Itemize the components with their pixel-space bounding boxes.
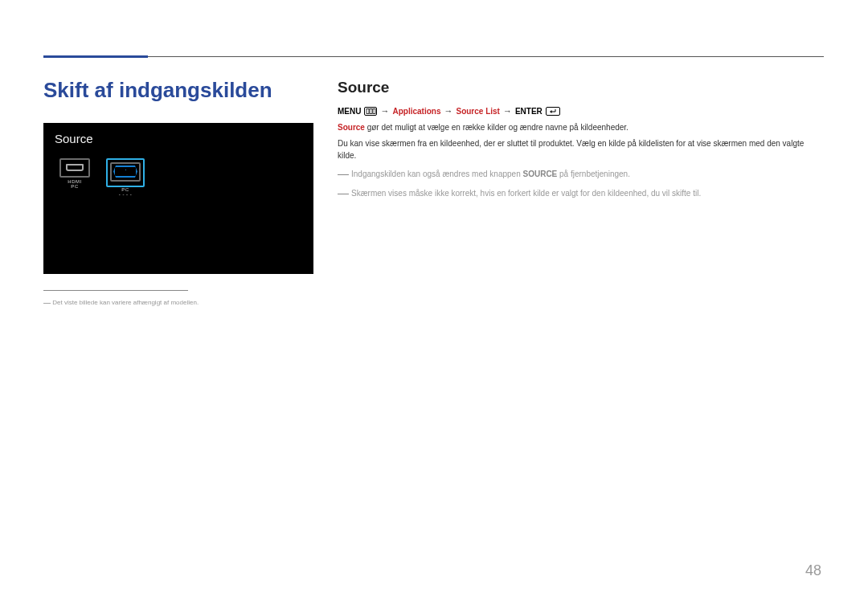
source-item-sublabel: - - - - (106, 192, 145, 197)
note-2-text: Skærmen vises måske ikke korrekt, hvis e… (351, 189, 701, 198)
footnote-text-content: Det viste billede kan variere afhængigt … (52, 299, 199, 306)
source-panel-title: Source (55, 132, 93, 145)
svg-rect-3 (373, 108, 375, 113)
note-1: ―Indgangskilden kan også ændres med knap… (338, 166, 821, 183)
body-rest: gør det muligt at vælge en række kilder … (365, 123, 628, 132)
hdmi-icon (59, 158, 90, 178)
menu-path-enter: ENTER (515, 107, 542, 116)
note-2: ―Skærmen vises måske ikke korrekt, hvis … (338, 185, 821, 202)
section-heading: Source (338, 79, 821, 96)
body-paragraph-1: Source gør det muligt at vælge en række … (338, 121, 821, 134)
left-column: Skift af indgangskilden Source HDMI PC P… (43, 79, 313, 307)
menu-path-sourcelist: Source List (456, 107, 499, 116)
arrow-icon: → (503, 106, 512, 116)
note-1-c: på fjernbetjeningen. (557, 170, 630, 178)
vga-icon (110, 162, 141, 182)
footnote-text: ― Det viste billede kan variere afhængig… (43, 291, 313, 307)
source-item-pc: PC - - - - (106, 158, 145, 197)
body-lead: Source (338, 123, 365, 132)
page-number: 48 (805, 562, 821, 579)
menu-button-icon (364, 107, 377, 116)
arrow-icon: → (444, 106, 452, 116)
arrow-icon: → (380, 106, 389, 116)
svg-rect-2 (370, 108, 372, 113)
menu-path-applications: Applications (392, 107, 440, 116)
note-1-a: Indgangskilden kan også ændres med knapp… (351, 170, 522, 178)
body-paragraph-2: Du kan vise skærmen fra en kildeenhed, d… (338, 137, 821, 162)
menu-path-menu: MENU (338, 107, 361, 116)
enter-button-icon (546, 107, 560, 116)
menu-breadcrumb: MENU → Applications → Source List → ENTE… (338, 106, 821, 116)
right-column: Source MENU → Applications → Source List… (338, 79, 821, 202)
svg-rect-1 (366, 108, 369, 113)
page-title: Skift af indgangskilden (43, 79, 313, 102)
source-panel: Source HDMI PC PC - - - - (43, 123, 313, 274)
note-1-b: SOURCE (522, 170, 557, 178)
source-item-sublabel: PC (59, 184, 90, 189)
header-accent (43, 55, 148, 58)
header-rule (43, 56, 824, 57)
source-item-hdmi: HDMI PC (59, 158, 90, 189)
